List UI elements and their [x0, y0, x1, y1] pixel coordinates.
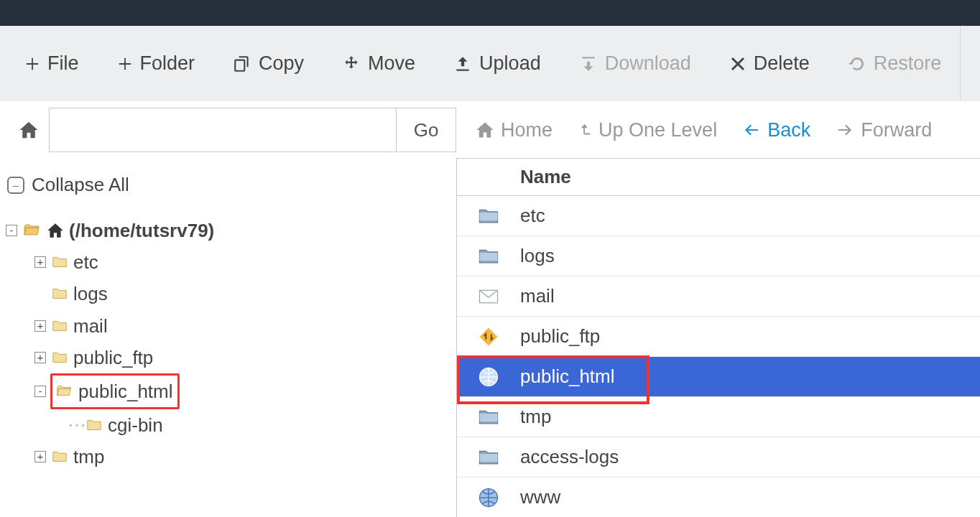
expand-toggle[interactable]: +	[34, 352, 46, 363]
collapse-all-button[interactable]: – Collapse All	[6, 171, 450, 199]
restore-button[interactable]: Restore	[829, 26, 961, 101]
tree-connector: ⋯	[68, 409, 80, 441]
toolbar-label: Upload	[479, 52, 541, 75]
file-row[interactable]: public_html	[457, 357, 980, 397]
tree-node-logs[interactable]: logs	[34, 278, 450, 309]
file-type-icon	[457, 286, 520, 307]
new-file-button[interactable]: File	[6, 26, 98, 101]
file-name: public_ftp	[520, 325, 600, 348]
main-toolbar: File Folder Copy Move Upload Download	[0, 26, 980, 102]
tree-node-etc[interactable]: + etc	[34, 246, 450, 278]
expand-toggle[interactable]: +	[34, 256, 46, 268]
tree-node-public-ftp[interactable]: + public_ftp	[34, 342, 450, 373]
plus-icon	[24, 56, 40, 72]
new-folder-button[interactable]: Folder	[98, 26, 215, 101]
nav-label: Home	[501, 119, 553, 141]
file-name: logs	[520, 245, 555, 267]
collapse-all-label: Collapse All	[32, 174, 129, 196]
download-button[interactable]: Download	[560, 26, 711, 101]
plus-icon	[117, 56, 133, 72]
tree-node-label: etc	[73, 246, 98, 278]
tree-node-tmp[interactable]: + tmp	[34, 441, 450, 472]
file-name: mail	[520, 285, 555, 307]
tree-node-label: mail	[73, 310, 108, 342]
nav-back-button[interactable]: Back	[741, 119, 810, 141]
tree-highlight: public_html	[50, 373, 180, 409]
toolbar-label: Copy	[259, 52, 304, 75]
file-row[interactable]: logs	[457, 236, 980, 276]
folder-icon	[50, 350, 69, 365]
nav-up-button[interactable]: Up One Level	[577, 119, 717, 141]
level-up-icon	[577, 120, 593, 140]
download-icon	[579, 55, 598, 73]
path-input[interactable]	[49, 108, 396, 152]
file-row[interactable]: etc	[457, 196, 980, 236]
folder-tree-sidebar: – Collapse All - (/home/tutsrv79) + etc	[0, 158, 456, 517]
file-type-icon	[457, 205, 520, 227]
upload-icon	[453, 55, 472, 73]
file-row[interactable]: mail	[457, 276, 980, 317]
home-button[interactable]	[7, 108, 49, 152]
toolbar-label: Restore	[874, 52, 942, 75]
nav-forward-button[interactable]: Forward	[835, 119, 932, 141]
file-row[interactable]: www	[457, 478, 980, 517]
file-type-icon	[457, 487, 520, 508]
file-list-pane: Name etclogsmailpublic_ftppublic_htmltmp…	[456, 158, 980, 517]
upload-button[interactable]: Upload	[435, 26, 560, 101]
folder-icon	[50, 318, 69, 334]
arrow-left-icon	[741, 121, 762, 139]
main-area: – Collapse All - (/home/tutsrv79) + etc	[0, 158, 980, 517]
file-name: etc	[520, 205, 545, 227]
home-icon	[475, 120, 495, 140]
file-row[interactable]: tmp	[457, 397, 980, 437]
nav-home-button[interactable]: Home	[475, 119, 553, 141]
copy-icon	[233, 55, 251, 73]
window-titlebar	[0, 0, 980, 26]
toolbar-label: Delete	[754, 52, 810, 75]
delete-button[interactable]: Delete	[711, 26, 829, 101]
expand-toggle[interactable]: +	[34, 451, 46, 462]
nav-label: Up One Level	[598, 119, 717, 141]
go-button[interactable]: Go	[396, 108, 456, 152]
file-type-icon	[457, 447, 520, 468]
folder-icon	[50, 449, 69, 465]
tree-node-label: logs	[73, 278, 108, 309]
expand-toggle[interactable]: -	[6, 225, 17, 236]
file-row[interactable]: public_ftp	[457, 317, 980, 357]
tree-node-mail[interactable]: + mail	[34, 310, 450, 342]
tree-root-label: (/home/tutsrv79)	[69, 215, 214, 246]
file-name: tmp	[520, 406, 551, 428]
collapse-icon: –	[7, 177, 24, 194]
file-type-icon	[457, 406, 520, 428]
copy-button[interactable]: Copy	[214, 26, 323, 101]
tree-node-cgi-bin[interactable]: ⋯ cgi-bin	[68, 409, 450, 441]
toolbar-label: Move	[368, 52, 415, 75]
tree-node-label: public_ftp	[73, 342, 153, 373]
toolbar-label: Folder	[140, 52, 195, 75]
toolbar-label: Download	[605, 52, 691, 75]
file-type-icon	[457, 326, 520, 348]
restore-icon	[848, 55, 866, 73]
arrow-right-icon	[835, 121, 855, 139]
nav-label: Back	[767, 119, 810, 141]
path-area: Go	[0, 102, 456, 158]
folder-icon	[50, 254, 69, 270]
file-name: access-logs	[520, 446, 619, 468]
folder-icon	[50, 286, 69, 302]
home-icon	[46, 221, 65, 240]
expand-toggle[interactable]: +	[34, 320, 46, 332]
tree-node-label: tmp	[73, 441, 104, 472]
nav-buttons: Home Up One Level Back Forward	[456, 102, 980, 158]
file-row[interactable]: access-logs	[457, 437, 980, 478]
file-list-body: etclogsmailpublic_ftppublic_htmltmpacces…	[457, 196, 980, 517]
folder-open-icon	[22, 222, 42, 239]
tree-node-public-html[interactable]: - public_html	[34, 373, 450, 409]
file-list-header[interactable]: Name	[457, 159, 980, 196]
column-header-name[interactable]: Name	[520, 166, 571, 188]
file-type-icon	[457, 366, 520, 388]
nav-row: Go Home Up One Level Back Forward	[0, 102, 980, 158]
expand-spacer	[34, 288, 46, 299]
move-button[interactable]: Move	[323, 26, 435, 101]
expand-toggle[interactable]: -	[34, 386, 46, 397]
tree-root[interactable]: - (/home/tutsrv79)	[6, 215, 450, 246]
